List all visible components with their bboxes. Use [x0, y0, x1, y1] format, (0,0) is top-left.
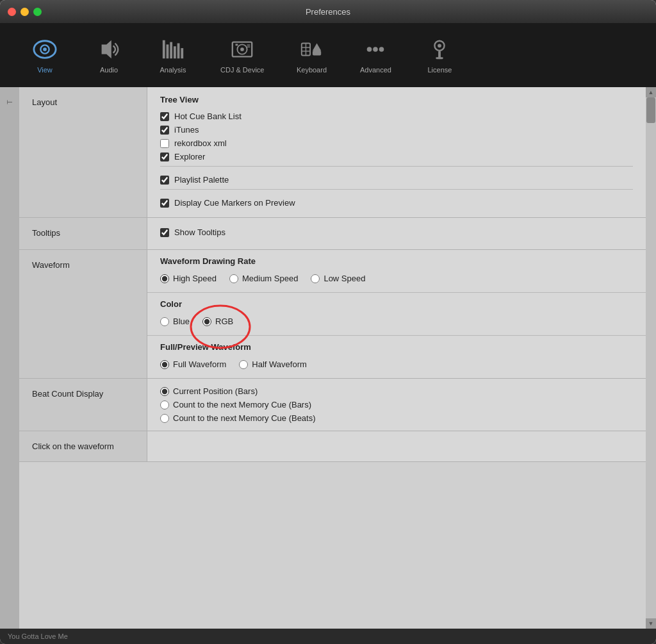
half-waveform-label: Half Waveform [252, 359, 306, 369]
half-waveform-radio[interactable] [239, 360, 248, 369]
svg-point-12 [240, 47, 244, 51]
checkbox-itunes: iTunes [160, 123, 633, 136]
layout-label: Layout [19, 87, 147, 217]
layout-section: Layout Tree View Hot Cue Bank List iTune… [19, 87, 646, 218]
tooltips-section: Tooltips Show Tooltips [19, 218, 646, 250]
waveform-type-title: Full/Preview Waveform [160, 342, 633, 352]
scroll-track[interactable] [646, 97, 656, 618]
scroll-up-arrow[interactable]: ▲ [646, 87, 656, 97]
cue-markers-checkbox[interactable] [160, 199, 169, 208]
playlist-palette-checkbox[interactable] [160, 176, 169, 185]
svg-point-24 [379, 47, 384, 52]
cue-markers-section: Display Cue Markers on Preview [160, 189, 633, 210]
svg-rect-27 [436, 57, 443, 59]
drawing-rate-title: Waveform Drawing Rate [160, 256, 633, 266]
settings-panel: Layout Tree View Hot Cue Bank List iTune… [19, 87, 646, 629]
checkbox-show-tooltips: Show Tooltips [160, 226, 633, 239]
click-waveform-label: Click on the waveform [19, 431, 147, 461]
rgb-radio[interactable] [202, 317, 211, 326]
checkbox-rekordbox: rekordbox xml [160, 136, 633, 150]
next-memory-bars-radio[interactable] [160, 400, 169, 409]
rgb-circle-container: RGB [202, 317, 233, 326]
preferences-window: Preferences View Audio [0, 0, 656, 644]
current-position-radio[interactable] [160, 387, 169, 396]
svg-marker-21 [313, 44, 321, 51]
full-waveform-option: Full Waveform [160, 359, 226, 369]
svg-rect-7 [174, 46, 176, 58]
explorer-checkbox[interactable] [160, 153, 169, 161]
next-memory-beats-radio[interactable] [160, 414, 169, 423]
explorer-label: Explorer [174, 152, 205, 161]
rekordbox-label: rekordbox xml [174, 138, 227, 148]
show-tooltips-checkbox[interactable] [160, 228, 169, 237]
tooltips-content: Show Tooltips [147, 218, 646, 249]
beat-count-section: Beat Count Display Current Position (Bar… [19, 379, 646, 431]
low-speed-radio[interactable] [311, 274, 320, 283]
low-speed-label: Low Speed [324, 274, 365, 283]
keyboard-label: Keyboard [297, 66, 327, 74]
svg-rect-6 [170, 42, 172, 59]
svg-point-23 [373, 47, 379, 52]
left-panel: T [0, 87, 19, 629]
titlebar: Preferences [0, 0, 656, 23]
rgb-option: RGB [202, 317, 233, 326]
hot-cue-checkbox[interactable] [160, 112, 169, 121]
itunes-label: iTunes [174, 125, 199, 135]
license-label: License [428, 66, 452, 74]
close-button[interactable] [8, 8, 16, 16]
full-waveform-radio[interactable] [160, 360, 169, 369]
next-memory-beats-label: Count to the next Memory Cue (Beats) [173, 413, 316, 423]
toolbar-item-advanced[interactable]: Advanced [343, 31, 407, 79]
high-speed-radio[interactable] [160, 274, 169, 283]
svg-rect-5 [167, 44, 169, 58]
toolbar-item-license[interactable]: License [407, 31, 472, 79]
svg-rect-20 [313, 51, 321, 56]
svg-rect-8 [177, 44, 180, 59]
medium-speed-radio[interactable] [229, 274, 238, 283]
half-waveform-option: Half Waveform [239, 359, 306, 369]
next-memory-beats-option: Count to the next Memory Cue (Beats) [160, 413, 633, 423]
beat-count-content: Current Position (Bars) Count to the nex… [147, 379, 646, 431]
medium-speed-option: Medium Speed [229, 274, 298, 283]
maximize-button[interactable] [33, 8, 42, 16]
toolbar-item-audio[interactable]: Audio [77, 31, 141, 79]
content-area: T Layout Tree View Hot Cue Bank List [0, 87, 656, 629]
toolbar-item-analysis[interactable]: Analysis [141, 31, 205, 79]
toolbar-item-cdj[interactable]: CDJ & Device [205, 31, 279, 79]
current-position-option: Current Position (Bars) [160, 386, 633, 396]
checkbox-playlist-palette: Playlist Palette [160, 173, 633, 186]
audio-label: Audio [100, 66, 118, 74]
playlist-palette-section: Playlist Palette [160, 166, 633, 186]
scroll-thumb[interactable] [646, 97, 655, 123]
current-position-label: Current Position (Bars) [173, 386, 258, 396]
bottom-bar: You Gotta Love Me [0, 629, 656, 644]
cdj-label: CDJ & Device [220, 66, 264, 74]
toolbar: View Audio [0, 23, 656, 87]
drawing-rate-subsection: Waveform Drawing Rate High Speed Medium … [147, 250, 646, 292]
scroll-down-arrow[interactable]: ▼ [646, 618, 656, 629]
waveform-label: Waveform [19, 250, 147, 378]
view-label: View [37, 66, 53, 74]
full-waveform-label: Full Waveform [173, 359, 226, 369]
blue-radio[interactable] [160, 317, 169, 326]
analysis-label: Analysis [160, 66, 186, 74]
rekordbox-checkbox[interactable] [160, 139, 169, 148]
layout-content: Tree View Hot Cue Bank List iTunes rekor… [147, 87, 646, 217]
svg-rect-13 [236, 44, 238, 45]
cdj-icon [229, 37, 255, 62]
waveform-type-radio-group: Full Waveform Half Waveform [160, 357, 633, 372]
minimize-button[interactable] [20, 8, 29, 16]
checkbox-hot-cue: Hot Cue Bank List [160, 110, 633, 123]
itunes-checkbox[interactable] [160, 126, 169, 135]
high-speed-label: High Speed [173, 274, 217, 283]
toolbar-item-view[interactable]: View [13, 31, 77, 79]
high-speed-option: High Speed [160, 274, 217, 283]
window-controls [8, 8, 42, 16]
svg-point-2 [43, 47, 47, 51]
preview-waveform-subsection: Full/Preview Waveform Full Waveform Half… [147, 335, 646, 378]
toolbar-item-keyboard[interactable]: Keyboard [279, 31, 343, 79]
checkbox-cue-markers: Display Cue Markers on Preview [160, 196, 633, 210]
svg-point-22 [367, 47, 372, 52]
color-radio-group: Blue RGB [160, 314, 633, 329]
beat-count-label: Beat Count Display [19, 379, 147, 431]
